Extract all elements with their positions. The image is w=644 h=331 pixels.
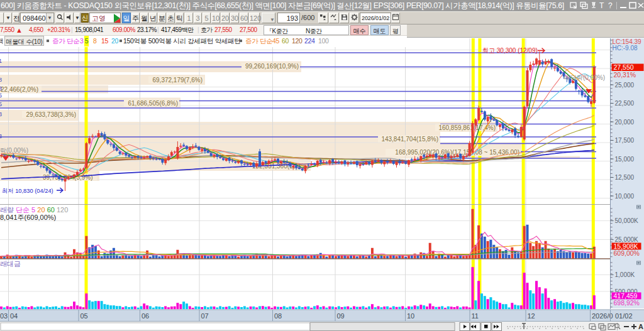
svg-text:15,000: 15,000 [615,156,635,163]
svg-text:61,686,505(6,8%): 61,686,505(6,8%) [128,100,178,107]
svg-text:29,633,738(3,3%): 29,633,738(3,3%) [26,111,76,118]
svg-text:최고 30,300 (12/09): 최고 30,300 (12/09) [482,47,538,54]
svg-text:12,500: 12,500 [615,174,635,181]
svg-text:20,000: 20,000 [615,119,635,126]
svg-text:11: 11 [472,312,479,320]
svg-text:10,000: 10,000 [615,193,635,200]
svg-text:22,500: 22,500 [615,100,635,107]
svg-text:A: A [638,323,643,330]
svg-text:최저 10,830 (04/24): 최저 10,830 (04/24) [2,188,53,194]
svg-text:27,550: 27,550 [614,63,634,71]
svg-text:10: 10 [407,312,414,320]
svg-text:래대금: 래대금 [0,260,21,268]
svg-text:07: 07 [201,312,209,320]
svg-text:17,500: 17,500 [615,137,635,144]
svg-text:99,260,169(10,9%): 99,260,169(10,9%) [245,63,299,70]
svg-text:?: ? [608,1,613,10]
svg-text:HC:-9.08: HC:-9.08 [613,45,638,52]
svg-text:01/02: 01/02 [615,312,633,320]
svg-text:09: 09 [337,312,345,320]
svg-text:T: T [599,1,604,10]
svg-text:20,31%: 20,31% [614,71,636,79]
svg-text:2026/0: 2026/0 [592,312,613,320]
svg-text:3: 3 [0,85,2,92]
svg-text:143,841,704(15,8%): 143,841,704(15,8%) [381,136,438,143]
svg-text:04: 04 [10,312,18,320]
svg-text:69,372,179(7,6%): 69,372,179(7,6%) [152,77,203,84]
svg-text:22,466(2,0%): 22,466(2,0%) [1,86,38,93]
svg-text:08: 08 [274,312,282,320]
svg-text:50,000K: 50,000K [615,217,639,224]
svg-text:래량 단순 5 20 60 120: 래량 단순 5 20 60 120 [0,206,68,214]
svg-text:25,000: 25,000 [615,82,635,89]
svg-text:698,92%: 698,92% [614,299,640,307]
svg-text:1: 1 [0,58,2,64]
svg-text:8,041주(609,00%): 8,041주(609,00%) [0,214,56,221]
svg-text:배당락(0,00%): 배당락(0,00%) [564,74,605,81]
svg-text:3: 3 [0,133,2,139]
svg-text:5: 5 [0,92,2,99]
svg-text:락(0,00%): 락(0,00%) [0,147,28,154]
svg-text:12: 12 [528,312,535,320]
svg-text:609,00%: 609,00% [614,249,640,257]
svg-text:3: 3 [0,111,2,117]
svg-text:8: 8 [0,77,2,83]
svg-text:03: 03 [0,312,8,320]
svg-text:5: 5 [0,101,2,107]
svg-text:06: 06 [142,312,149,320]
svg-text:1,000K: 1,000K [615,271,635,278]
svg-text:05: 05 [80,312,88,320]
svg-text:160,859,861(17,4%): 160,859,861(17,4%) [438,124,496,131]
